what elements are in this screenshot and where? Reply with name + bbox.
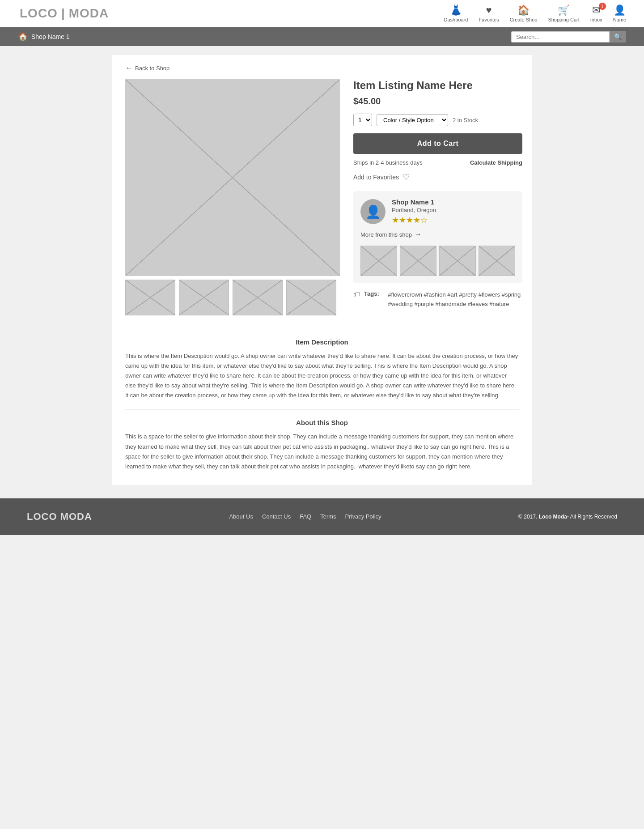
main-image-placeholder (126, 80, 339, 276)
profile-icon: 👤 (614, 4, 626, 16)
item-description-title: Item Description (125, 338, 519, 346)
more-from-shop-link[interactable]: More from this shop → (360, 230, 515, 238)
shipping-text: Ships in 2-4 business days (353, 159, 423, 166)
logo-part1: LOCO (20, 6, 58, 20)
shop-card: 👤 Shop Name 1 Portland, Oregon ★★★★☆ Mor… (353, 191, 522, 283)
tag-icon: 🏷 (353, 291, 360, 299)
shop-card-top: 👤 Shop Name 1 Portland, Oregon ★★★★☆ (360, 198, 515, 225)
inbox-badge: 1 (599, 3, 606, 10)
nav-label-cart: Shopping Cart (548, 17, 579, 22)
logo-sep: | (61, 6, 65, 20)
nav-label-profile: Name (613, 17, 626, 22)
footer-links: About Us Contact Us FAQ Terms Privacy Po… (229, 513, 381, 520)
shop-bar-house-icon: 🏠 (18, 32, 28, 42)
thumbnail-3[interactable] (233, 280, 283, 315)
main-content: ← Back to Shop Item Listing Name Here $4… (112, 55, 532, 485)
add-to-favorites-label: Add to Favorites (353, 174, 399, 181)
nav-item-favorites[interactable]: ♥ Favorites (479, 4, 499, 22)
more-from-shop-label: More from this shop (360, 231, 412, 238)
main-product-image (125, 79, 340, 276)
tags-label: Tags: (364, 290, 379, 297)
site-header: LOCO|MODA 👗 Dashboard ♥ Favorites 🏠 Crea… (0, 0, 644, 27)
thumbnail-4[interactable] (286, 280, 336, 315)
footer-link-privacy-policy[interactable]: Privacy Policy (345, 513, 381, 520)
search-button[interactable]: 🔍 (610, 31, 626, 43)
tag-list: #flowercrown #fashion #art #pretty #flow… (388, 290, 522, 309)
stock-text: 2 in Stock (453, 117, 478, 123)
quantity-select[interactable]: 1 2 3 (353, 114, 372, 126)
footer-link-about-us[interactable]: About Us (229, 513, 253, 520)
footer-copy-prefix: © 2017. (518, 514, 537, 520)
about-shop-section: About this Shop This is a space for the … (125, 409, 519, 471)
purchase-row: 1 2 3 Color / Style Option 2 in Stock (353, 114, 522, 126)
nav-label-inbox: Inbox (590, 17, 602, 22)
item-description-text: This is where the Item Description would… (125, 351, 519, 400)
nav-item-shopping-cart[interactable]: 🛒 Shopping Cart (548, 4, 579, 22)
item-description-section: Item Description This is where the Item … (125, 329, 519, 400)
avatar-icon: 👤 (365, 204, 381, 219)
main-nav: 👗 Dashboard ♥ Favorites 🏠 Create Shop 🛒 … (444, 4, 626, 22)
footer-copy-suffix: All Rights Reserved (570, 514, 617, 520)
footer-logo: LOCO MODA (27, 511, 92, 523)
logo-part2: MODA (69, 6, 109, 20)
cart-icon: 🛒 (558, 4, 570, 16)
nav-item-inbox[interactable]: ✉ 1 Inbox (590, 4, 602, 22)
shop-bar-name: Shop Name 1 (31, 33, 70, 40)
product-images (125, 79, 340, 315)
footer-copyright: © 2017. Loco Moda- All Rights Reserved (518, 514, 617, 520)
shop-rating-stars: ★★★★☆ (392, 215, 436, 225)
item-price: $45.00 (353, 96, 522, 106)
shop-thumb-1[interactable] (360, 246, 397, 276)
add-to-favorites-row[interactable]: Add to Favorites ♡ (353, 172, 522, 182)
footer-link-terms[interactable]: Terms (320, 513, 336, 520)
search-input[interactable] (511, 31, 610, 43)
shop-thumb-2[interactable] (400, 246, 436, 276)
nav-label-favorites: Favorites (479, 17, 499, 22)
style-option-select[interactable]: Color / Style Option (377, 114, 448, 126)
create-shop-icon: 🏠 (517, 4, 530, 16)
back-arrow-icon: ← (125, 64, 132, 72)
thumbnail-2[interactable] (179, 280, 229, 315)
nav-item-create-shop[interactable]: 🏠 Create Shop (510, 4, 538, 22)
shipping-row: Ships in 2-4 business days Calculate Shi… (353, 159, 522, 166)
about-shop-title: About this Shop (125, 419, 519, 426)
tags-row: 🏷 Tags: #flowercrown #fashion #art #pret… (353, 290, 522, 309)
product-section: Item Listing Name Here $45.00 1 2 3 Colo… (125, 79, 519, 315)
footer-link-faq[interactable]: FAQ (300, 513, 311, 520)
product-info: Item Listing Name Here $45.00 1 2 3 Colo… (353, 79, 522, 315)
about-shop-text: This is a space for the seller to give i… (125, 432, 519, 471)
back-to-shop-link[interactable]: ← Back to Shop (125, 64, 519, 72)
back-label: Back to Shop (135, 65, 169, 72)
shop-thumb-3[interactable] (439, 246, 476, 276)
footer-link-contact-us[interactable]: Contact Us (262, 513, 291, 520)
search-area: 🔍 (511, 31, 626, 43)
nav-item-profile[interactable]: 👤 Name (613, 4, 626, 22)
nav-item-dashboard[interactable]: 👗 Dashboard (444, 4, 468, 22)
shop-bar-name-area: 🏠 Shop Name 1 (18, 32, 70, 42)
calculate-shipping-link[interactable]: Calculate Shipping (470, 159, 522, 166)
shop-location: Portland, Oregon (392, 207, 436, 213)
footer-copy-brand: Loco Moda- (539, 514, 569, 520)
shop-info: Shop Name 1 Portland, Oregon ★★★★☆ (392, 198, 436, 225)
thumbnail-1[interactable] (125, 280, 175, 315)
heart-icon: ♡ (402, 172, 410, 182)
dashboard-icon: 👗 (450, 4, 462, 16)
add-to-cart-button[interactable]: Add to Cart (353, 133, 522, 154)
site-logo[interactable]: LOCO|MODA (18, 6, 110, 21)
shop-thumb-4[interactable] (479, 246, 515, 276)
shop-bar: 🏠 Shop Name 1 🔍 (0, 27, 644, 46)
favorites-icon: ♥ (486, 4, 491, 16)
shop-name: Shop Name 1 (392, 198, 436, 206)
shop-thumbnails (360, 246, 515, 276)
site-footer: LOCO MODA About Us Contact Us FAQ Terms … (0, 498, 644, 535)
item-title: Item Listing Name Here (353, 79, 522, 92)
more-arrow-icon: → (415, 230, 422, 238)
thumbnail-row (125, 280, 340, 315)
nav-label-create-shop: Create Shop (510, 17, 538, 22)
nav-label-dashboard: Dashboard (444, 17, 468, 22)
shop-avatar: 👤 (360, 199, 386, 224)
